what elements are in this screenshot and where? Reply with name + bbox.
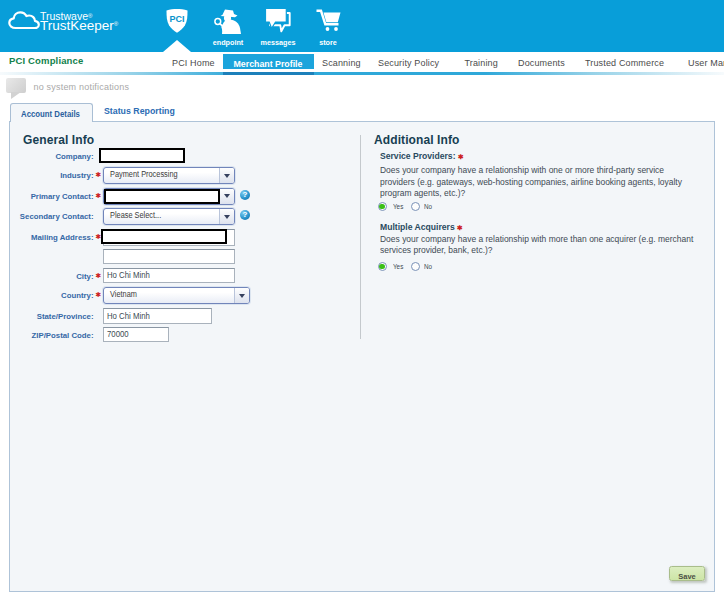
svg-text:PCI: PCI (169, 14, 184, 24)
